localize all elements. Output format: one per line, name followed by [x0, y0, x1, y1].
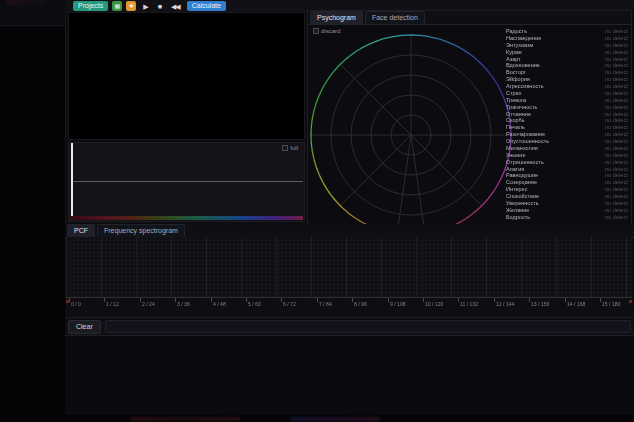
emotion-name: Кураж: [506, 49, 522, 55]
full-checkbox[interactable]: full: [282, 145, 298, 151]
emotion-row: Агрессивность no detect: [506, 83, 628, 89]
emotion-row: Спокойствие no detect: [506, 193, 628, 199]
emotion-value: no detect: [605, 97, 628, 103]
emotion-name: Созерцание: [506, 179, 537, 185]
emotion-value: no detect: [605, 83, 628, 89]
psychogram-chart-area: [308, 21, 516, 227]
emotion-value: no detect: [605, 179, 628, 185]
emotion-name: Печаль: [506, 124, 525, 130]
image-button[interactable]: ▦: [112, 1, 122, 11]
emotion-value: no detect: [605, 214, 628, 220]
emotion-row: Тревога no detect: [506, 97, 628, 103]
axis-marker-right: [629, 300, 632, 303]
waveform-zero-line: [73, 181, 303, 182]
emotion-name: Уныние: [506, 152, 525, 158]
tick-mark: [423, 298, 424, 302]
calculate-button[interactable]: Calculate: [187, 1, 226, 11]
left-sidebar: [0, 0, 66, 422]
emotion-value: no detect: [605, 42, 628, 48]
tick-label: 0 / 0: [71, 302, 81, 307]
emotion-row: Печаль no detect: [506, 124, 628, 130]
tick-mark: [388, 298, 389, 302]
emotion-row: Вдохновение no detect: [506, 62, 628, 68]
rewind-button[interactable]: ◀◀: [168, 1, 183, 11]
emotion-value: no detect: [605, 159, 628, 165]
emotion-row: Кураж no detect: [506, 49, 628, 55]
emotion-value: no detect: [605, 131, 628, 137]
emotion-row: Восторг no detect: [506, 69, 628, 75]
emotion-row: Радость no detect: [506, 28, 628, 34]
emotion-row: Отрешенность no detect: [506, 159, 628, 165]
spectrogram-section: PCF Frequency spectrogram 0 / 0 1 / 12: [65, 224, 634, 318]
emotion-row: Меланхолия no detect: [506, 145, 628, 151]
emotion-row: Желание no detect: [506, 207, 628, 213]
projects-button[interactable]: Projects: [73, 1, 108, 11]
emotion-value: no detect: [605, 118, 628, 124]
emotion-row: Азарт no detect: [506, 56, 628, 62]
play-icon: ▶: [143, 3, 147, 10]
emotion-row: Интерес no detect: [506, 186, 628, 192]
emotion-name: Отчаяние: [506, 111, 531, 117]
tick-label: 9 / 108: [390, 302, 406, 307]
spectrogram-tabbar: PCF Frequency spectrogram: [65, 224, 634, 238]
stop-button[interactable]: ■: [155, 1, 164, 11]
emotion-row: Уверенность no detect: [506, 200, 628, 206]
tick-label: 8 / 96: [354, 302, 367, 307]
emotion-value: no detect: [605, 138, 628, 144]
emotion-name: Трагичность: [506, 104, 537, 110]
emotion-value: no detect: [605, 145, 628, 151]
full-checkbox-label: full: [290, 145, 298, 151]
emotion-value: no detect: [605, 69, 628, 75]
emotion-name: Уверенность: [506, 200, 539, 206]
emotion-row: Апатия no detect: [506, 166, 628, 172]
tick-label: 10 / 120: [425, 302, 443, 307]
spectrogram-tab[interactable]: Frequency spectrogram: [97, 224, 185, 237]
emotion-row: Страх no detect: [506, 90, 628, 96]
emotion-value: no detect: [605, 49, 628, 55]
tick-mark: [140, 298, 141, 302]
emotion-name: Меланхолия: [506, 145, 538, 151]
play-button[interactable]: ▶: [140, 1, 150, 11]
add-icon: ✚: [129, 2, 134, 10]
emotion-row: Отчаяние no detect: [506, 111, 628, 117]
tick-label: 14 / 168: [567, 302, 585, 307]
rewind-icon: ◀◀: [171, 3, 180, 10]
spectrum-legend: [70, 216, 303, 220]
tick-label: 5 / 60: [248, 302, 261, 307]
emotion-list: Радость no detect Наслаждение no detect …: [506, 28, 628, 220]
emotion-name: Бодрость: [506, 214, 530, 220]
tick-label: 12 / 144: [496, 302, 514, 307]
app-window: Projects ▦ ✚ ▶ ■ ◀◀ Calculate full: [0, 0, 634, 422]
emotion-name: Желание: [506, 207, 529, 213]
emotion-value: no detect: [605, 90, 628, 96]
emotion-name: Апатия: [506, 166, 524, 172]
emotion-value: no detect: [605, 63, 628, 69]
waveform-panel[interactable]: full: [68, 142, 305, 222]
emotion-name: Азарт: [506, 56, 521, 62]
tick-mark: [600, 298, 601, 302]
strip-artifact-red: [130, 417, 240, 421]
emotion-value: no detect: [605, 35, 628, 41]
emotion-value: no detect: [605, 200, 628, 206]
emotion-row: Равнодушие no detect: [506, 172, 628, 178]
clear-button[interactable]: Clear: [68, 320, 101, 334]
spectrogram-tab[interactable]: PCF: [67, 224, 95, 237]
window-title: [6, 0, 46, 5]
tick-label: 7 / 84: [319, 302, 332, 307]
emotion-name: Вдохновение: [506, 63, 540, 69]
emotion-value: no detect: [605, 193, 628, 199]
spectrogram-plot[interactable]: [66, 237, 632, 297]
tick-mark: [317, 298, 318, 302]
emotion-name: Отрешенность: [506, 159, 544, 165]
spectrogram-x-axis: 0 / 0 1 / 12 2 / 24 3 / 36: [66, 297, 632, 316]
add-button[interactable]: ✚: [126, 1, 136, 11]
emotion-name: Наслаждение: [506, 35, 541, 41]
emotion-name: Равнодушие: [506, 173, 538, 179]
emotion-name: Страх: [506, 90, 521, 96]
emotion-row: Уныние no detect: [506, 152, 628, 158]
checkbox-icon: [282, 145, 288, 151]
emotion-row: Наслаждение no detect: [506, 35, 628, 41]
emotion-value: no detect: [605, 152, 628, 158]
clear-field[interactable]: [105, 320, 631, 333]
emotion-value: no detect: [605, 104, 628, 110]
